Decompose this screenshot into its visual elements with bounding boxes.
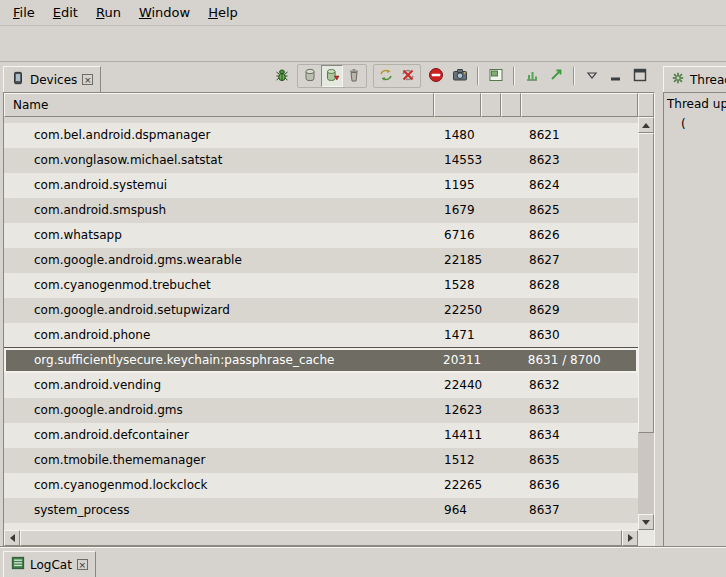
screen-capture-button[interactable]: [449, 65, 471, 87]
menu-file[interactable]: File: [4, 2, 44, 23]
process-row[interactable]: com.android.defcontainer 14411 8634: [4, 423, 638, 448]
process-spacer-2: [501, 398, 521, 423]
column-header-name[interactable]: Name: [4, 93, 434, 117]
process-pid: 1528: [434, 273, 481, 298]
process-spacer-2: [501, 323, 521, 348]
process-row[interactable]: com.android.phone 1471 8630: [4, 323, 638, 348]
horizontal-scroll-thumb[interactable]: [20, 530, 622, 546]
process-spacer-2: [501, 298, 521, 323]
stop-method-profiling-icon: [400, 67, 416, 86]
process-spacer-1: [480, 350, 500, 371]
process-spacer-1: [481, 398, 501, 423]
menu-edit[interactable]: Edit: [44, 2, 87, 23]
process-spacer-2: [501, 123, 521, 148]
process-row[interactable]: com.cyanogenmod.lockclock 22265 8636: [4, 473, 638, 498]
process-pid: 22185: [434, 248, 481, 273]
process-spacer-1: [481, 173, 501, 198]
process-port: 8624: [521, 173, 638, 198]
process-spacer-2: [501, 373, 521, 398]
dump-hprof-button[interactable]: [321, 65, 343, 87]
threads-panel: Threads Thread up (: [663, 63, 726, 547]
sysinfo-button[interactable]: [521, 65, 543, 87]
process-row[interactable]: com.google.android.setupwizard 22250 862…: [4, 298, 638, 323]
arrow-down-icon: [642, 520, 650, 525]
process-port: 8626: [521, 223, 638, 248]
process-name: com.google.android.gms: [4, 398, 434, 423]
threads-message-line2: (: [667, 117, 723, 131]
scroll-down-button[interactable]: [638, 514, 654, 530]
process-row[interactable]: com.google.android.gms.wearable 22185 86…: [4, 248, 638, 273]
menu-window[interactable]: Window: [130, 2, 199, 23]
tab-threads[interactable]: Threads: [663, 66, 726, 92]
process-name: com.tmobile.thememanager: [4, 448, 434, 473]
vertical-scrollbar[interactable]: [638, 117, 654, 530]
update-threads-button[interactable]: [375, 65, 397, 87]
cause-gc-button[interactable]: [343, 65, 365, 87]
process-row[interactable]: org.sufficientlysecure.keychain:passphra…: [4, 348, 638, 373]
process-name: com.android.phone: [4, 323, 434, 348]
process-row[interactable]: com.cyanogenmod.trebuchet 1528 8628: [4, 273, 638, 298]
screen-record-button[interactable]: [485, 65, 507, 87]
tab-logcat-label: LogCat: [30, 558, 72, 572]
devices-panel: Devices ×: [3, 63, 655, 547]
process-row[interactable]: com.android.smspush 1679 8625: [4, 198, 638, 223]
menu-help[interactable]: Help: [199, 2, 247, 23]
process-row[interactable]: com.android.systemui 1195 8624: [4, 173, 638, 198]
process-port: 8637: [521, 498, 638, 523]
toolbar-separator: [573, 67, 575, 85]
process-row[interactable]: com.google.android.gms 12623 8633: [4, 398, 638, 423]
network-stats-button[interactable]: [545, 65, 567, 87]
process-name: com.android.defcontainer: [4, 423, 434, 448]
view-menu-button[interactable]: [581, 65, 603, 87]
device-rows: com.bel.android.dspmanager 1480 8621 com…: [4, 123, 654, 523]
process-spacer-2: [501, 473, 521, 498]
process-row[interactable]: com.vonglasow.michael.satstat 14553 8623: [4, 148, 638, 173]
update-heap-button[interactable]: [299, 65, 321, 87]
maximize-view-button[interactable]: [629, 65, 651, 87]
maximize-icon: [632, 67, 648, 86]
process-spacer-2: [501, 248, 521, 273]
process-pid: 14411: [434, 423, 481, 448]
process-spacer-2: [500, 350, 520, 371]
process-row[interactable]: com.android.vending 22440 8632: [4, 373, 638, 398]
process-port: 8628: [521, 273, 638, 298]
column-header-port[interactable]: [521, 93, 638, 117]
cause-gc-icon: [346, 67, 362, 86]
process-row[interactable]: com.bel.android.dspmanager 1480 8621: [4, 123, 638, 148]
minimize-view-button[interactable]: [605, 65, 627, 87]
tab-devices-close-icon[interactable]: ×: [82, 74, 93, 85]
tab-logcat-close-icon[interactable]: ×: [77, 559, 88, 570]
threads-tool-group: [373, 64, 421, 88]
stop-process-button[interactable]: [425, 65, 447, 87]
scroll-right-button[interactable]: [622, 530, 638, 546]
column-header-pid[interactable]: [434, 93, 481, 117]
process-port: 8635: [521, 448, 638, 473]
scroll-left-button[interactable]: [4, 530, 20, 546]
column-header-spacer-2[interactable]: [501, 93, 521, 117]
process-row[interactable]: com.whatsapp 6716 8626: [4, 223, 638, 248]
process-row[interactable]: com.tmobile.thememanager 1512 8635: [4, 448, 638, 473]
process-spacer-1: [481, 473, 501, 498]
vertical-scroll-thumb[interactable]: [638, 133, 654, 433]
process-spacer-1: [481, 148, 501, 173]
process-name: com.android.vending: [4, 373, 434, 398]
process-spacer-1: [481, 423, 501, 448]
menubar: File Edit Run Window Help: [0, 0, 726, 26]
tab-devices[interactable]: Devices ×: [3, 66, 101, 92]
process-pid: 14553: [434, 148, 481, 173]
arrow-right-icon: [628, 534, 633, 542]
scroll-up-button[interactable]: [638, 117, 654, 133]
process-name: com.whatsapp: [4, 223, 434, 248]
tab-logcat[interactable]: LogCat ×: [3, 551, 96, 577]
process-pid: 6716: [434, 223, 481, 248]
process-port: 8627: [521, 248, 638, 273]
process-pid: 1471: [434, 323, 481, 348]
process-row[interactable]: system_process 964 8637: [4, 498, 638, 523]
stop-method-profiling-button[interactable]: [397, 65, 419, 87]
horizontal-scrollbar[interactable]: [4, 530, 638, 546]
menu-run[interactable]: Run: [87, 2, 130, 23]
process-name: com.vonglasow.michael.satstat: [4, 148, 434, 173]
column-header-spacer-1[interactable]: [481, 93, 501, 117]
process-spacer-1: [481, 298, 501, 323]
debug-process-button[interactable]: [271, 65, 293, 87]
